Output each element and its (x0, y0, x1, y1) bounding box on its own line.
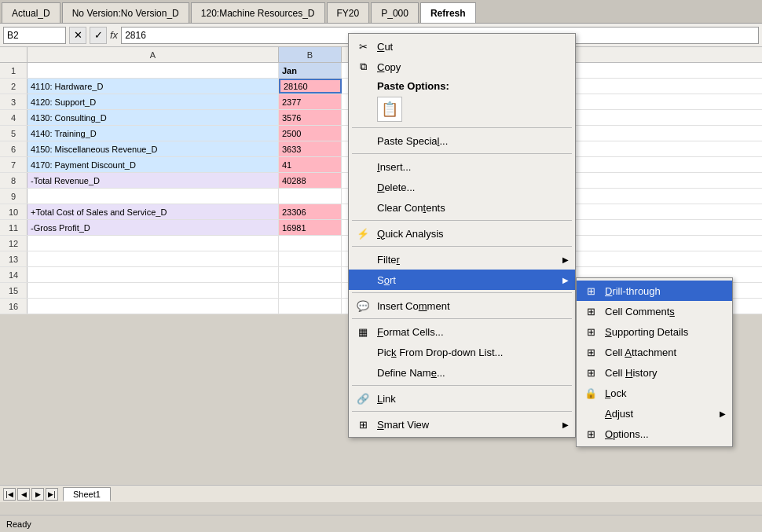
cell-a3[interactable]: 4120: Support_D (27, 94, 279, 109)
cell-a8[interactable]: -Total Revenue_D (27, 173, 279, 188)
cell-a16[interactable] (27, 299, 279, 314)
submenu-item-cell-history-label: Cell History (605, 367, 657, 379)
row-number: 12 (0, 236, 27, 251)
tab-machine-resources[interactable]: 120:Machine Resources_D (191, 2, 325, 23)
cell-b15[interactable] (279, 283, 342, 298)
menu-item-filter[interactable]: Filter ▶ (349, 249, 575, 270)
cell-b5[interactable]: 2500 (279, 126, 342, 141)
cell-b10[interactable]: 23306 (279, 204, 342, 219)
menu-item-delete-label: Delete... (377, 182, 415, 193)
cell-a13[interactable] (27, 251, 279, 266)
cell-b2[interactable]: 28160 (279, 79, 342, 94)
filter-arrow-icon: ▶ (562, 255, 569, 264)
tab-no-version[interactable]: No Version:No Version_D (62, 2, 189, 23)
submenu-item-drill-through-label: Drill-through (605, 285, 661, 297)
cell-a10[interactable]: +Total Cost of Sales and Service_D (27, 204, 279, 219)
cell-b3[interactable]: 2377 (279, 94, 342, 109)
tab-actual-d[interactable]: Actual_D (2, 2, 60, 23)
menu-item-link[interactable]: 🔗 Link (349, 388, 575, 409)
cell-a7[interactable]: 4170: Payment Discount_D (27, 157, 279, 172)
menu-item-define-name[interactable]: Define Name... (349, 362, 575, 383)
cell-b1[interactable]: Jan (279, 63, 342, 78)
row-number: 13 (0, 251, 27, 266)
menu-item-link-label: Link (377, 393, 396, 405)
formula-cancel-btn[interactable]: ✕ (69, 27, 86, 44)
menu-item-insert[interactable]: Insert... (349, 156, 575, 177)
sheet-nav-prev[interactable]: ◀ (17, 488, 30, 501)
row-number: 9 (0, 189, 27, 204)
menu-item-smart-view[interactable]: ⊞ Smart View ▶ (349, 414, 575, 435)
sheet-tab-sheet1[interactable]: Sheet1 (63, 487, 111, 501)
cell-a11[interactable]: -Gross Profit_D (27, 220, 279, 235)
cell-b11[interactable]: 16981 (279, 220, 342, 235)
sheet-nav-last[interactable]: ▶| (46, 488, 58, 501)
paste-icon-default[interactable]: 📋 (377, 97, 402, 122)
submenu-item-adjust[interactable]: Adjust ▶ (577, 403, 732, 424)
cell-a12[interactable] (27, 236, 279, 251)
submenu-item-lock-label: Lock (605, 387, 626, 399)
submenu-item-options[interactable]: ⊞ Options... (577, 424, 732, 444)
menu-item-cut[interactable]: ✂ Cut (349, 36, 575, 57)
sheet-nav-next[interactable]: ▶ (31, 488, 44, 501)
menu-item-smart-view-label: Smart View (377, 419, 429, 431)
row-num-header (0, 47, 27, 62)
submenu-item-cell-comments[interactable]: ⊞ Cell Comments (577, 301, 732, 321)
menu-item-delete[interactable]: Delete... (349, 177, 575, 197)
cell-a1[interactable] (27, 63, 279, 78)
cell-b8[interactable]: 40288 (279, 173, 342, 188)
menu-item-quick-analysis[interactable]: ⚡ Quick Analysis (349, 223, 575, 244)
cell-b13[interactable] (279, 251, 342, 266)
format-cells-icon: ▦ (355, 326, 371, 338)
sheet-tabs-bar: |◀ ◀ ▶ ▶| Sheet1 (0, 485, 762, 502)
menu-item-format-cells[interactable]: ▦ Format Cells... (349, 321, 575, 342)
tab-refresh[interactable]: Refresh (420, 2, 476, 23)
cell-b12[interactable] (279, 236, 342, 251)
supporting-details-icon: ⊞ (583, 326, 599, 338)
cell-a14[interactable] (27, 267, 279, 282)
separator (352, 318, 572, 319)
quick-analysis-icon: ⚡ (355, 228, 371, 240)
submenu-item-drill-through[interactable]: ⊞ Drill-through (577, 281, 732, 301)
options-icon: ⊞ (583, 428, 599, 440)
cell-b6[interactable]: 3633 (279, 141, 342, 156)
menu-item-pick-dropdown[interactable]: Pick From Drop-down List... (349, 342, 575, 362)
row-number: 10 (0, 204, 27, 219)
paste-options-label: Paste Options: (349, 77, 575, 94)
menu-item-insert-comment[interactable]: 💬 Insert Comment (349, 295, 575, 316)
col-header-a: A (27, 47, 279, 62)
cell-reference-box[interactable] (3, 27, 66, 44)
tab-p000[interactable]: P_000 (371, 2, 419, 23)
submenu-item-supporting-details[interactable]: ⊞ Supporting Details (577, 321, 732, 342)
menu-item-clear-contents[interactable]: Clear Contents (349, 197, 575, 218)
menu-item-copy[interactable]: ⧉ Copy (349, 57, 575, 77)
submenu-item-cell-attachment[interactable]: ⊞ Cell Attachment (577, 342, 732, 362)
cell-b14[interactable] (279, 267, 342, 282)
cell-b7[interactable]: 41 (279, 157, 342, 172)
status-bar: Ready (0, 515, 762, 532)
cell-a9[interactable] (27, 189, 279, 204)
submenu: ⊞ Drill-through ⊞ Cell Comments ⊞ Suppor… (576, 277, 733, 447)
submenu-item-supporting-details-label: Supporting Details (605, 326, 688, 338)
cell-a5[interactable]: 4140: Training_D (27, 126, 279, 141)
cell-a4[interactable]: 4130: Consulting_D (27, 110, 279, 125)
cell-a6[interactable]: 4150: Miscellaneous Revenue_D (27, 141, 279, 156)
menu-item-sort-label: Sort (377, 274, 396, 286)
cell-b4[interactable]: 3576 (279, 110, 342, 125)
menu-item-sort[interactable]: Sort ▶ (349, 270, 575, 290)
sheet-nav-first[interactable]: |◀ (3, 488, 16, 501)
copy-icon: ⧉ (355, 61, 371, 73)
cell-b16[interactable] (279, 299, 342, 314)
menu-item-define-name-label: Define Name... (377, 367, 445, 379)
separator (352, 385, 572, 386)
formula-confirm-btn[interactable]: ✓ (90, 27, 107, 44)
row-number: 6 (0, 141, 27, 156)
separator (352, 246, 572, 247)
submenu-item-lock[interactable]: 🔒 Lock (577, 383, 732, 403)
menu-item-paste-special[interactable]: Paste Special... (349, 130, 575, 151)
tab-fy20[interactable]: FY20 (327, 2, 370, 23)
cell-b9[interactable] (279, 189, 342, 204)
insert-comment-icon: 💬 (355, 300, 371, 312)
cell-a15[interactable] (27, 283, 279, 298)
cell-a2[interactable]: 4110: Hardware_D (27, 79, 279, 94)
submenu-item-cell-history[interactable]: ⊞ Cell History (577, 362, 732, 383)
